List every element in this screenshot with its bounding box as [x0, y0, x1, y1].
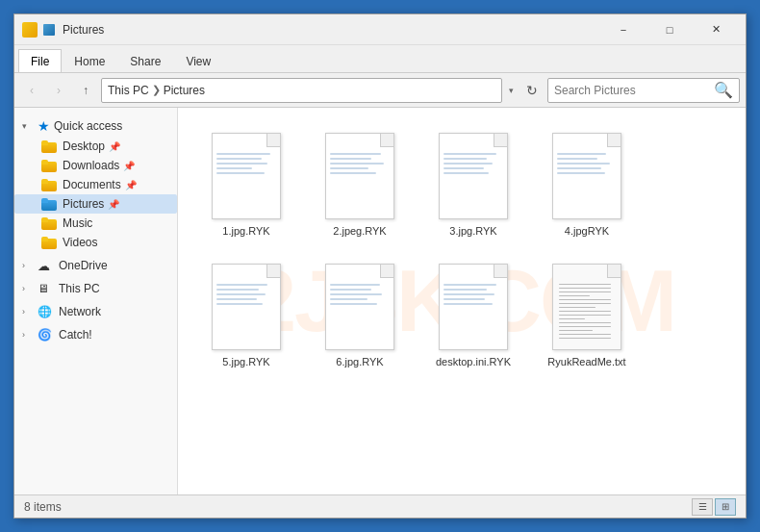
- path-segment-pictures: Pictures: [164, 84, 205, 97]
- tab-file[interactable]: File: [18, 49, 62, 72]
- maximize-button[interactable]: □: [647, 14, 692, 45]
- sidebar-item-videos[interactable]: Videos: [14, 233, 177, 252]
- tab-view[interactable]: View: [173, 49, 223, 72]
- thispc-header[interactable]: › 🖥 This PC: [14, 279, 177, 298]
- up-button[interactable]: ↑: [74, 79, 97, 102]
- sidebar-item-downloads[interactable]: Downloads 📌: [14, 156, 177, 175]
- file-enc-1: [330, 153, 390, 177]
- file-thumb-4: [212, 264, 281, 350]
- sidebar-item-pictures[interactable]: Pictures 📌: [14, 194, 177, 214]
- folder-icon-music: [41, 217, 57, 230]
- file-item-6[interactable]: desktop.ini.RYK: [420, 254, 526, 377]
- tab-home[interactable]: Home: [62, 49, 117, 72]
- folder-title-icon: [22, 22, 38, 38]
- title-bar: Pictures − □ ✕: [14, 14, 746, 45]
- network-header[interactable]: › 🌐 Network: [14, 302, 177, 321]
- file-page-0: [212, 133, 281, 219]
- forward-button[interactable]: ›: [47, 79, 70, 102]
- file-page-7: [552, 264, 621, 350]
- address-path[interactable]: This PC ❯ Pictures: [101, 78, 502, 103]
- file-item-3[interactable]: 4.jpgRYK: [534, 123, 640, 246]
- status-bar: 8 items ☰ ⊞: [14, 494, 746, 518]
- catch-header[interactable]: › 🌀 Catch!: [14, 325, 177, 344]
- sidebar-item-desktop[interactable]: Desktop 📌: [14, 137, 177, 156]
- close-button[interactable]: ✕: [694, 14, 738, 45]
- search-icon: 🔍: [714, 81, 733, 99]
- refresh-button[interactable]: ↻: [520, 79, 544, 102]
- sidebar-label-thispc: This PC: [59, 282, 100, 295]
- path-segment-thispc: This PC: [108, 84, 149, 97]
- search-input[interactable]: [554, 84, 710, 97]
- file-item-5[interactable]: 6.jpg.RYK: [307, 254, 413, 377]
- file-item-2[interactable]: 3.jpg.RYK: [420, 123, 526, 246]
- sidebar-label-pictures: Pictures: [63, 197, 104, 211]
- file-item-0[interactable]: 1.jpg.RYK: [193, 123, 299, 246]
- sidebar-item-documents[interactable]: Documents 📌: [14, 175, 177, 194]
- file-page-3: [552, 133, 621, 219]
- file-fold-3: [607, 134, 621, 147]
- quick-access-section: ▾ ★ Quick access Desktop 📌 Downloads 📌 D…: [14, 115, 177, 252]
- explorer-window: Pictures − □ ✕ File Home Share View ‹ › …: [13, 13, 747, 519]
- pin-icon-documents: 📌: [125, 180, 137, 190]
- sidebar-label-music: Music: [63, 216, 92, 230]
- pc-icon: 🖥: [38, 282, 53, 295]
- view-details-button[interactable]: ☰: [692, 498, 713, 516]
- minimize-button[interactable]: −: [601, 14, 646, 45]
- network-section: › 🌐 Network: [14, 302, 177, 321]
- file-thumb-3: [552, 133, 621, 219]
- pin-title-icon: [43, 24, 55, 36]
- file-thumb-0: [212, 133, 281, 219]
- file-item-4[interactable]: 5.jpg.RYK: [193, 254, 299, 377]
- onedrive-header[interactable]: › ☁ OneDrive: [14, 256, 177, 275]
- pin-icon-pictures: 📌: [108, 199, 119, 210]
- tab-share[interactable]: Share: [117, 49, 173, 72]
- file-thumb-1: [325, 133, 394, 219]
- sidebar-label-onedrive: OneDrive: [59, 259, 108, 272]
- file-label-2: 3.jpg.RYK: [449, 225, 496, 237]
- file-label-7: RyukReadMe.txt: [547, 356, 625, 367]
- file-fold-1: [380, 134, 393, 147]
- sidebar-label-desktop: Desktop: [63, 139, 105, 153]
- content-area: 2JSK.COM: [178, 108, 746, 494]
- window-title: Pictures: [63, 23, 104, 37]
- address-bar: ‹ › ↑ This PC ❯ Pictures ▾ ↻ 🔍: [14, 73, 746, 108]
- view-large-icons-button[interactable]: ⊞: [715, 498, 736, 516]
- title-controls: − □ ✕: [601, 14, 738, 45]
- folder-icon-desktop: [41, 140, 57, 153]
- cloud-icon: ☁: [38, 259, 53, 272]
- file-label-5: 6.jpg.RYK: [336, 356, 383, 367]
- file-enc-3: [557, 153, 617, 177]
- sidebar-label-downloads: Downloads: [63, 159, 119, 172]
- folder-icon-pictures: [41, 198, 57, 211]
- file-thumb-7: [552, 264, 621, 350]
- catch-section: › 🌀 Catch!: [14, 325, 177, 344]
- search-box[interactable]: 🔍: [547, 78, 740, 103]
- file-label-1: 2.jpeg.RYK: [333, 225, 386, 237]
- file-item-7[interactable]: RyukReadMe.txt: [534, 254, 640, 377]
- main-area: ▾ ★ Quick access Desktop 📌 Downloads 📌 D…: [14, 108, 746, 494]
- quick-access-header[interactable]: ▾ ★ Quick access: [14, 115, 177, 137]
- sidebar-label-catch: Catch!: [59, 328, 92, 342]
- pin-icon-downloads: 📌: [123, 161, 135, 171]
- file-item-1[interactable]: 2.jpeg.RYK: [307, 123, 413, 246]
- file-page-2: [439, 133, 508, 219]
- file-enc-5: [330, 284, 390, 308]
- pin-icon-desktop: 📌: [109, 141, 120, 152]
- back-button[interactable]: ‹: [20, 79, 43, 102]
- onedrive-section: › ☁ OneDrive: [14, 256, 177, 275]
- title-bar-left: Pictures: [22, 22, 601, 38]
- sidebar-item-music[interactable]: Music: [14, 214, 177, 233]
- sidebar-label-documents: Documents: [63, 178, 121, 191]
- file-page-5: [325, 264, 394, 350]
- file-fold-7: [607, 265, 621, 278]
- address-dropdown-icon[interactable]: ▾: [506, 86, 517, 95]
- file-lines-7: [559, 284, 611, 342]
- file-fold-0: [266, 134, 280, 147]
- sidebar: ▾ ★ Quick access Desktop 📌 Downloads 📌 D…: [14, 108, 178, 494]
- file-thumb-2: [439, 133, 508, 219]
- folder-icon-downloads: [41, 160, 57, 172]
- file-page-1: [325, 133, 394, 219]
- file-fold-6: [494, 265, 507, 278]
- chevron-right-icon-catch: ›: [22, 330, 34, 340]
- file-label-3: 4.jpgRYK: [565, 225, 609, 237]
